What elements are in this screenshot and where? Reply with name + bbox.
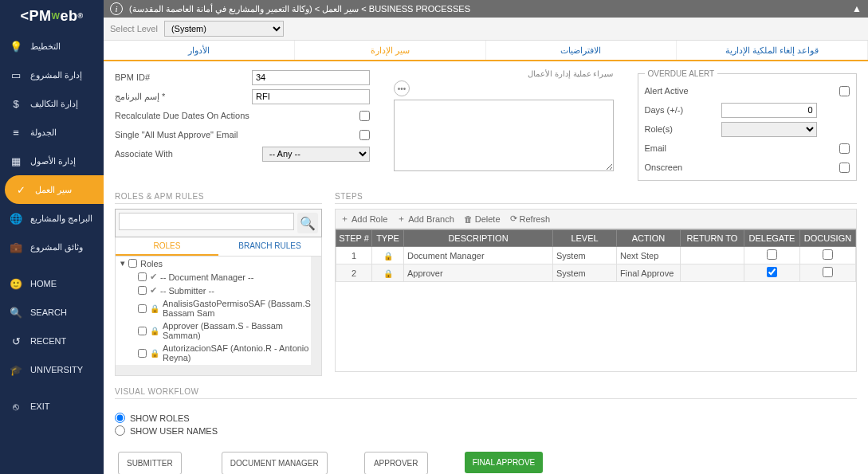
sidebar-recent[interactable]: ↺ RECENT xyxy=(0,327,104,355)
sidebar-item-planning[interactable]: 💡 التخطيط xyxy=(0,32,104,61)
single-email-label: Single "All Must Approve" Email xyxy=(115,130,355,139)
show-users-radio[interactable]: SHOW USER NAMES xyxy=(115,425,857,436)
tree-item-checkbox[interactable] xyxy=(138,327,147,335)
col-delegate: DELEGATE xyxy=(744,230,800,247)
add-role-button[interactable]: ＋Add Role xyxy=(340,213,387,225)
roles-select[interactable] xyxy=(721,122,817,137)
tab-defaults[interactable]: الافتراضيات xyxy=(486,41,678,60)
tree-root-label: Roles xyxy=(140,259,163,268)
plus-icon: ＋ xyxy=(340,213,349,225)
branch-rules-tab[interactable]: BRANCH RULES xyxy=(218,237,321,256)
header-bar: i (وكالة التعمير والمشاريع في أمانة العا… xyxy=(104,0,868,18)
refresh-button[interactable]: ⟳Refresh xyxy=(510,213,551,225)
cell-desc: Approver xyxy=(404,264,553,282)
lock-icon: 🔒 xyxy=(150,349,159,358)
node-approver[interactable]: APPROVER xyxy=(364,452,428,474)
check-icon: ✓ xyxy=(14,183,27,196)
tree-item-checkbox[interactable] xyxy=(138,349,147,358)
node-final-approve[interactable]: FINAL APPROVE xyxy=(465,452,544,473)
sidebar-item-docs[interactable]: 💼 وثائق المشروع xyxy=(0,233,104,261)
level-bar: Select Level (System) xyxy=(104,18,868,41)
sidebar-exit[interactable]: ⎋ EXIT xyxy=(0,392,104,421)
sidebar-item-assets[interactable]: ▦ إدارة الأصول xyxy=(0,147,104,175)
cell-action: Next Step xyxy=(617,247,681,264)
tree-root-checkbox[interactable] xyxy=(128,259,137,268)
sidebar-item-project-mgmt[interactable]: ▭ إدارة المشروع xyxy=(0,61,104,89)
lock-icon: 🔒 xyxy=(383,252,393,261)
trash-icon: 🗑 xyxy=(464,214,473,224)
table-row[interactable]: 2 🔒 Approver System Final Approve xyxy=(336,264,856,282)
roles-tab[interactable]: ROLES xyxy=(116,237,218,256)
workflow-diagram: SUBMITTER ↓ WITHDRAW → DOCUMENT MANAGER … xyxy=(115,452,857,474)
ellipsis-button[interactable]: ••• xyxy=(394,80,410,96)
cell-level: System xyxy=(553,264,617,282)
roles-tree[interactable]: ▾ Roles ✔-- Document Manager -- ✔-- Subm… xyxy=(115,257,322,376)
collapse-up-icon[interactable]: ▲ xyxy=(852,3,862,14)
sidebar-item-label: إدارة المشروع xyxy=(30,70,82,80)
sidebar-item-schedule[interactable]: ≡ الجدولة xyxy=(0,118,104,147)
sidebar-item-cost[interactable]: $ إدارة التكاليف xyxy=(0,89,104,118)
add-branch-button[interactable]: ＋Add Branch xyxy=(397,213,454,225)
docusign-checkbox[interactable] xyxy=(823,249,833,260)
bpm-id-input[interactable] xyxy=(252,70,370,85)
cell-returnto xyxy=(681,247,744,264)
refresh-icon: ⟳ xyxy=(510,213,517,224)
email-label: Email xyxy=(645,143,717,153)
alert-active-checkbox[interactable] xyxy=(839,86,850,96)
tab-roles[interactable]: الأدوار xyxy=(104,41,295,60)
horizontal-scrollbar[interactable] xyxy=(116,365,321,375)
tree-item-checkbox[interactable] xyxy=(138,304,147,313)
sidebar-item-programs[interactable]: 🌐 البرامج والمشاريع xyxy=(0,204,104,233)
sidebar-item-label: EXIT xyxy=(30,402,49,411)
lock-icon: 🔒 xyxy=(150,327,159,335)
sidebar-item-label: UNIVERSITY xyxy=(30,365,83,374)
associate-with-label: Associate With xyxy=(115,149,257,159)
search-icon: 🔍 xyxy=(10,306,22,319)
recalc-checkbox[interactable] xyxy=(359,111,370,121)
description-textarea[interactable] xyxy=(394,100,614,171)
days-label: Days (+/-) xyxy=(645,105,717,115)
node-docmgr[interactable]: DOCUMENT MANAGER xyxy=(222,452,328,474)
single-email-checkbox[interactable] xyxy=(359,130,370,140)
days-input[interactable] xyxy=(721,103,817,118)
onscreen-checkbox[interactable] xyxy=(839,163,850,173)
tree-item-label: -- Document Manager -- xyxy=(160,272,253,282)
sidebar-search[interactable]: 🔍 SEARCH xyxy=(0,298,104,327)
steps-toolbar: ＋Add Role ＋Add Branch 🗑Delete ⟳Refresh xyxy=(335,209,857,229)
briefcase-icon: 💼 xyxy=(10,241,22,253)
middle-title: سيراء عملية إدارة الأعمال xyxy=(394,69,614,78)
delegate-checkbox[interactable] xyxy=(767,249,777,260)
sidebar-university[interactable]: 🎓 UNIVERSITY xyxy=(0,355,104,384)
sidebar-item-label: الجدولة xyxy=(30,127,57,138)
history-icon: ↺ xyxy=(10,335,22,347)
col-action: ACTION xyxy=(617,230,681,247)
node-submitter[interactable]: SUBMITTER xyxy=(118,452,182,474)
roles-section-title: ROLES & APM RULES xyxy=(115,192,322,204)
associate-with-select[interactable]: -- Any -- xyxy=(262,147,370,162)
tab-override-rules[interactable]: قواعد إلغاء الملكية الإدارية xyxy=(677,41,868,60)
roles-search-input[interactable] xyxy=(119,213,294,230)
program-name-label: إسم البرنامج * xyxy=(115,92,247,102)
sidebar-home[interactable]: 🙂 HOME xyxy=(0,269,104,298)
tree-item-checkbox[interactable] xyxy=(138,286,147,295)
search-icon[interactable]: 🔍 xyxy=(297,213,318,233)
exit-icon: ⎋ xyxy=(10,400,22,413)
info-icon[interactable]: i xyxy=(110,2,123,15)
program-name-input[interactable] xyxy=(252,89,370,104)
cell-step: 1 xyxy=(336,247,372,264)
sidebar-item-workflow[interactable]: ✓ سير العمل xyxy=(5,175,104,204)
email-checkbox[interactable] xyxy=(839,143,850,154)
select-level-dropdown[interactable]: (System) xyxy=(164,21,284,37)
delete-button[interactable]: 🗑Delete xyxy=(464,213,501,225)
delegate-checkbox[interactable] xyxy=(767,267,777,277)
table-row[interactable]: 1 🔒 Document Manager System Next Step xyxy=(336,247,856,264)
show-roles-radio[interactable]: SHOW ROLES xyxy=(115,413,857,423)
sidebar-item-label: التخطيط xyxy=(30,41,61,52)
alert-active-label: Alert Active xyxy=(645,86,717,96)
vertical-scrollbar[interactable] xyxy=(311,257,321,365)
sidebar-item-label: RECENT xyxy=(30,336,66,346)
tab-workflow[interactable]: سير الإدارة xyxy=(295,41,486,60)
docusign-checkbox[interactable] xyxy=(823,267,833,277)
collapse-icon[interactable]: ▾ xyxy=(120,258,125,268)
tree-item-checkbox[interactable] xyxy=(138,272,147,281)
